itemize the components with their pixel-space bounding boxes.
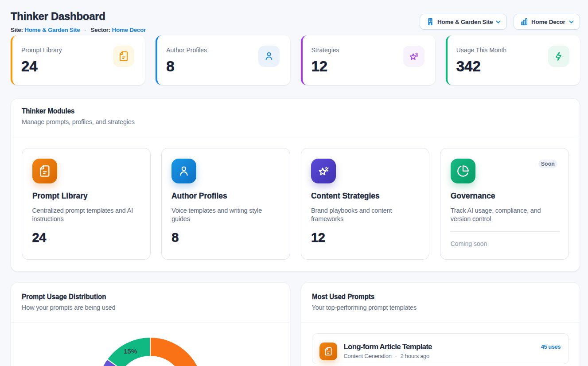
svg-text:15%: 15%: [124, 347, 137, 355]
